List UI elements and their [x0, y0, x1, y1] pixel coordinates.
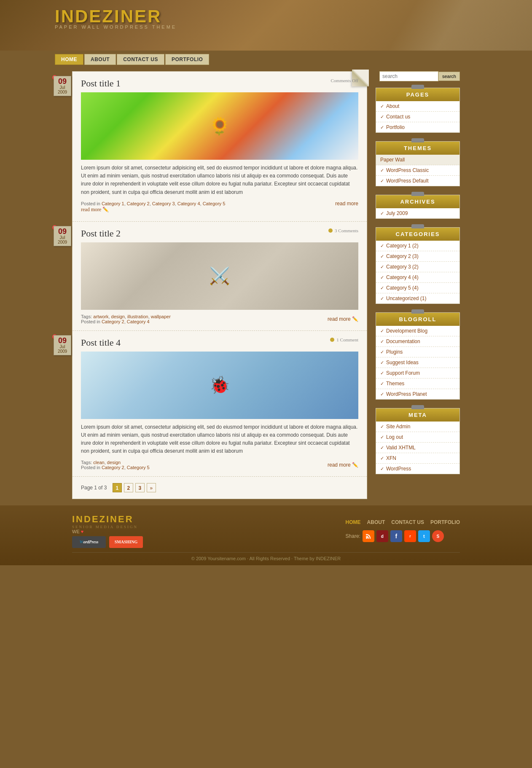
cat-uncategorized-link[interactable]: Uncategorized (1) — [386, 295, 426, 301]
tag-design[interactable]: design — [111, 314, 125, 319]
theme-wpdefault-link[interactable]: WordPress Default — [386, 178, 428, 184]
categories-widget-title: CATEGORIES — [376, 228, 459, 241]
blogroll-devblog-link[interactable]: Development Blog — [386, 328, 427, 334]
themes-widget: THEMES Paper Wall ✓ WordPress Classic ✓ … — [376, 141, 460, 186]
meta-wordpress-link[interactable]: WordPress — [386, 466, 411, 472]
cat-link[interactable]: Category 3 — [152, 201, 175, 206]
reddit-share-icon[interactable]: r — [404, 530, 416, 542]
page-contact-link[interactable]: Contact us — [386, 114, 410, 120]
blogroll-themes-link[interactable]: Themes — [386, 381, 404, 387]
page-about-link[interactable]: About — [386, 103, 399, 109]
check-icon: ✓ — [380, 360, 384, 365]
cat-link[interactable]: Category 2 — [127, 201, 150, 206]
list-item: ✓ Category 2 (3) — [376, 251, 459, 262]
blogroll-wpplanet-link[interactable]: WordPress Planet — [386, 391, 427, 397]
cat-link[interactable]: Category 2 — [102, 465, 124, 470]
theme-wpclassic-link[interactable]: WordPress Classic — [386, 167, 429, 173]
cat2-link[interactable]: Category 2 (3) — [386, 253, 419, 259]
nav-item-contact[interactable]: CONTACT US — [117, 54, 164, 65]
heart-icon: ♥ — [81, 529, 84, 534]
meta-widget: META ✓ Site Admin ✓ Log out ✓ Valid XHTM… — [376, 408, 460, 474]
meta-xhtml-link[interactable]: Valid XHTML — [386, 445, 416, 451]
tag-artwork[interactable]: artwork — [93, 314, 108, 319]
post-4-date: 09 Jul 2009 — [54, 335, 71, 355]
nav-item-portfolio[interactable]: PORTFOLIO — [165, 54, 210, 65]
search-button[interactable]: search — [438, 72, 460, 81]
list-item: ✓ Category 1 (2) — [376, 241, 459, 251]
cat-link[interactable]: Category 4 — [127, 319, 150, 324]
footer-nav-about[interactable]: ABOUT — [367, 519, 385, 525]
check-icon: ✓ — [380, 349, 384, 355]
page-portfolio-link[interactable]: Portfolio — [386, 124, 405, 130]
post-1-excerpt: Lorem ipsum dolor sit amet, consectetur … — [81, 164, 358, 196]
meta-logout-link[interactable]: Log out — [386, 434, 403, 440]
search-input[interactable] — [379, 71, 438, 81]
nav-item-home[interactable]: HOME — [55, 54, 83, 65]
check-icon: ✓ — [380, 104, 384, 109]
meta-siteadmin-link[interactable]: Site Admin — [386, 424, 410, 430]
post-4-read-more-btn[interactable]: read more ✏️ — [328, 462, 358, 468]
post-4: 09 Jul 2009 Post title 4 1 Comment 🐞 Lor… — [73, 331, 367, 477]
post-2-cats: Posted in Category 2, Category 4 — [81, 319, 171, 324]
svg-point-0 — [366, 537, 368, 539]
pages-widget-title: PAGES — [376, 88, 459, 101]
digg-share-icon[interactable]: d — [376, 530, 388, 542]
blogroll-widget-title: BLOGROLL — [376, 313, 459, 326]
pagination: Page 1 of 3 1 2 3 » — [73, 477, 367, 499]
cat-link[interactable]: Category 4 — [177, 201, 200, 206]
tag-design-4[interactable]: design — [107, 460, 121, 465]
pages-widget: PAGES ✓ About ✓ Contact us ✓ Portfolio — [376, 88, 460, 133]
cat1-link[interactable]: Category 1 (2) — [386, 243, 419, 249]
page-2-btn[interactable]: 2 — [124, 483, 133, 492]
theme-paperwall-link[interactable]: Paper Wall — [380, 157, 405, 163]
list-item: ✓ Portfolio — [376, 122, 459, 132]
footer-nav-portfolio[interactable]: PORTFOLIO — [430, 519, 460, 525]
post-1-read-more[interactable]: read more — [335, 201, 358, 207]
footer-left: INDEZINER SENIOR MEDIA DESIGN WE ♥ WordP… — [72, 514, 143, 548]
meta-xfn-link[interactable]: XFN — [386, 455, 396, 461]
twitter-share-icon[interactable]: t — [418, 530, 430, 542]
post-1-comments: Comments Off — [331, 78, 359, 83]
page-next-btn[interactable]: » — [147, 483, 156, 492]
cat-link[interactable]: Category 1 — [102, 201, 124, 206]
blogroll-docs-link[interactable]: Documentation — [386, 338, 420, 344]
post-2-image: ⚔️ — [81, 242, 358, 310]
footer-center: HOME ABOUT CONTACT US PORTFOLIO Share: d… — [346, 519, 460, 542]
tag-clean[interactable]: clean — [93, 460, 104, 465]
page-1-btn[interactable]: 1 — [113, 483, 122, 492]
check-icon: ✓ — [380, 435, 384, 440]
post-2-comment-label: 3 Comments — [335, 228, 358, 233]
cat-link[interactable]: Category 5 — [203, 201, 226, 206]
blogroll-support-link[interactable]: Support Forum — [386, 370, 420, 376]
post-1-read-more-btn[interactable]: read more ✏️ — [81, 207, 358, 213]
footer-nav-contact[interactable]: CONTACT US — [391, 519, 424, 525]
list-item: ✓ Uncategorized (1) — [376, 293, 459, 303]
page-3-btn[interactable]: 3 — [135, 483, 145, 492]
blogroll-suggest-link[interactable]: Suggest Ideas — [386, 360, 419, 365]
themes-widget-title: THEMES — [376, 142, 459, 155]
rss-share-icon[interactable] — [363, 530, 374, 542]
post-4-comments: 1 Comment — [330, 337, 358, 342]
copyright-text: © 2009 Yoursitename.com · All Rights Res… — [191, 556, 341, 561]
post-4-tags: Tags: clean, design — [81, 460, 150, 465]
blogroll-plugins-link[interactable]: Plugins — [386, 349, 403, 355]
tag-wallpaper[interactable]: wallpaper — [151, 314, 171, 319]
cat-link[interactable]: Category 2 — [102, 319, 124, 324]
post-1-footer: Posted in Category 1, Category 2, Catego… — [81, 201, 358, 207]
archive-jul2009-link[interactable]: July 2009 — [386, 210, 408, 216]
sidebar: search PAGES ✓ About ✓ Contact us ✓ — [376, 71, 460, 499]
cat3-link[interactable]: Category 3 (2) — [386, 264, 419, 270]
post-2-read-more-btn[interactable]: read more ✏️ — [328, 316, 358, 322]
nav-item-about[interactable]: ABOUT — [84, 54, 116, 65]
cat-link[interactable]: Category 5 — [127, 465, 150, 470]
list-item: ✓ Valid XHTML — [376, 443, 459, 453]
stumbleupon-share-icon[interactable]: S — [432, 530, 444, 542]
footer-nav-home[interactable]: HOME — [346, 519, 361, 525]
cat5-link[interactable]: Category 5 (4) — [386, 285, 419, 291]
cat4-link[interactable]: Category 4 (4) — [386, 274, 419, 280]
list-item: ✓ Documentation — [376, 336, 459, 347]
wordpress-badge: WordPress — [72, 536, 106, 548]
facebook-share-icon[interactable]: f — [390, 530, 402, 542]
post-1-title: Post title 1 — [81, 78, 121, 89]
tag-illustration[interactable]: illustration — [127, 314, 148, 319]
